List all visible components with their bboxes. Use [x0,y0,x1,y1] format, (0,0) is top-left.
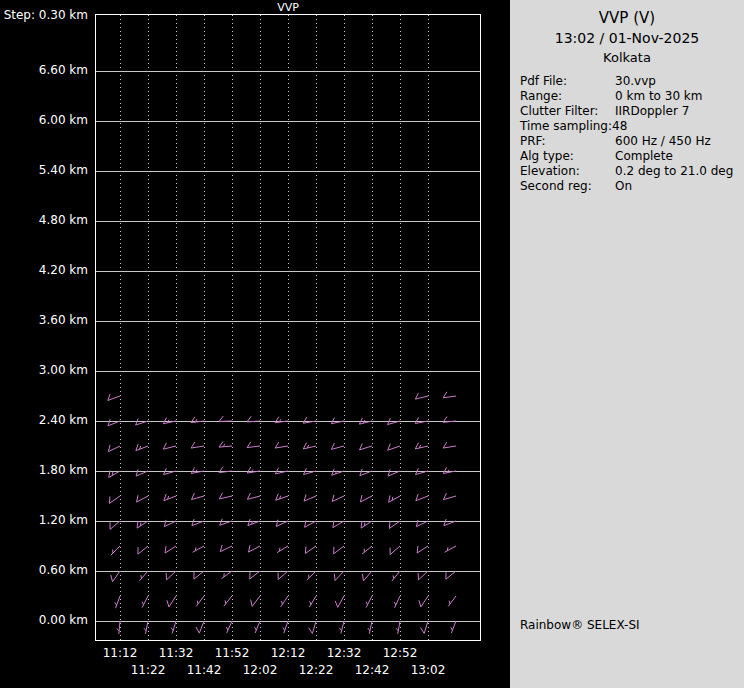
y-axis-label: 6.00 km [0,113,88,127]
info-value: 48 [612,119,627,134]
wind-barb [165,546,176,553]
wind-barb [142,596,148,608]
x-axis-label: 11:12 [98,646,142,660]
x-axis-label: 11:22 [126,663,170,677]
wind-barb [115,596,120,608]
wind-barb [304,494,316,501]
wind-barb [307,571,316,580]
wind-barb [192,493,204,499]
x-axis-label: 12:42 [350,663,394,677]
vvp-plot-area: VVP Step: 0.30 km 6.60 km6.00 km5.40 km4… [0,0,510,688]
info-label: Time sampling: [520,119,612,134]
wind-barb [275,442,288,448]
wind-barb [276,520,288,527]
info-row: Range:0 km to 30 km [510,89,744,104]
info-value: 0 km to 30 km [615,89,703,104]
y-axis-label: 3.00 km [0,363,88,377]
wind-barb [255,621,260,633]
wind-barb [117,621,120,634]
wind-barb [368,621,372,634]
info-row: Elevation:0.2 deg to 21.0 deg [510,164,744,179]
info-label: PRF: [520,134,615,149]
wind-barb [249,545,260,552]
wind-barb [224,596,232,606]
info-row: PRF:600 Hz / 450 Hz [510,134,744,149]
wind-barb [420,621,428,633]
info-label: Range: [520,89,615,104]
info-value: 0.2 deg to 21.0 deg [615,164,733,179]
wind-barb [194,571,204,579]
wind-barb [418,571,428,580]
wind-barb [144,621,148,634]
y-axis-label: 0.00 km [0,613,88,627]
product-datetime: 13:02 / 01-Nov-2025 [510,28,744,48]
wind-barb [335,596,344,607]
wind-barb [444,493,456,499]
x-axis-label: 12:32 [322,646,366,660]
wind-barb [166,571,176,580]
wind-barb [248,519,260,526]
wind-barb [164,520,176,527]
wind-barb [446,571,456,579]
wind-barb [415,393,428,399]
wind-barb [278,571,288,580]
wind-barb [394,596,400,608]
info-row: Second reg:On [510,179,744,194]
wind-barb [111,571,120,582]
info-value: IIRDoppler 7 [615,104,689,119]
info-row: Time sampling:48 [510,119,744,134]
wind-barb [220,545,232,552]
wind-barb [193,546,204,552]
product-info-panel: VVP (V) 13:02 / 01-Nov-2025 Kolkata Pdf … [510,0,744,688]
wind-barb [221,571,232,579]
x-axis-label: 11:42 [182,663,226,677]
y-axis-label: 1.20 km [0,513,88,527]
wind-barb [137,495,148,502]
info-row: Alg type:Complete [510,149,744,164]
wind-barb [163,443,176,449]
info-label: Second reg: [520,179,615,194]
wind-barb [451,621,456,633]
wind-barb [281,596,288,607]
wind-barb [303,443,316,449]
wind-barb [283,621,288,633]
wind-barb [388,469,400,476]
wind-barb [226,621,232,633]
wind-barb [445,546,456,552]
wind-barb [219,493,232,499]
step-label: Step: 0.30 km [0,8,88,22]
wind-barb [334,546,344,554]
wind-barb [417,546,428,553]
wind-barb [448,596,456,606]
brand-label: Rainbow® SELEX-SI [520,618,640,632]
wind-barb [415,417,428,423]
wind-barb [163,418,176,424]
x-axis-label: 12:12 [266,646,310,660]
wind-barb [331,443,344,449]
wind-barb [191,442,204,448]
wind-barb [390,546,400,555]
wind-barb [362,546,372,554]
chart-title: VVP [95,1,481,14]
x-axis-label: 11:52 [210,646,254,660]
wind-barb [443,467,456,473]
wind-barb [191,467,204,473]
wind-barb [419,596,428,607]
wind-barb [361,521,372,528]
wind-barb [443,442,456,448]
wind-barb [415,443,428,449]
product-parameters: Pdf File:30.vvpRange:0 km to 30 kmClutte… [510,74,744,194]
wind-barb [247,442,260,448]
wind-barb [251,596,260,606]
wind-barb [109,496,120,503]
info-label: Clutter Filter: [520,104,615,119]
wind-barb [167,596,176,607]
wind-barb [137,521,148,528]
wind-barb [303,417,316,423]
info-value: 600 Hz / 450 Hz [615,134,711,149]
wind-barb [388,444,400,451]
wind-barb [443,392,456,398]
y-axis-label: 2.40 km [0,413,88,427]
wind-barb [360,469,372,476]
wind-barb [366,596,372,608]
